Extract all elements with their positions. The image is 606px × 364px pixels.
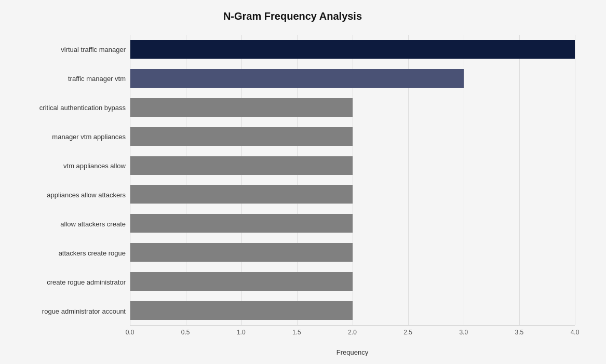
bars-area — [130, 35, 575, 326]
x-tick: 4.0 — [571, 329, 580, 336]
y-label: appliances allow attackers — [10, 182, 126, 208]
y-axis: virtual traffic managertraffic manager v… — [10, 35, 130, 326]
y-label: create rogue administrator — [10, 269, 126, 295]
x-tick: 0.0 — [126, 329, 134, 336]
bar-row — [130, 298, 575, 323]
x-tick: 1.0 — [237, 329, 246, 336]
bar — [130, 127, 353, 146]
x-tick: 2.0 — [348, 329, 357, 336]
y-label: traffic manager vtm — [10, 65, 126, 91]
bar-row — [130, 95, 575, 120]
y-label: critical authentication bypass — [10, 95, 126, 120]
chart-title: N-Gram Frequency Analysis — [10, 10, 575, 22]
bar — [130, 185, 353, 204]
chart-area: virtual traffic managertraffic manager v… — [10, 35, 575, 326]
chart-container: N-Gram Frequency Analysis virtual traffi… — [0, 0, 606, 364]
grid-line — [575, 35, 575, 325]
bar — [130, 69, 464, 88]
x-tick: 0.5 — [181, 329, 190, 336]
bar-row — [130, 36, 575, 62]
x-tick: 3.0 — [459, 329, 468, 336]
bar — [130, 214, 353, 233]
y-label: allow attackers create — [10, 211, 126, 237]
bar-row — [130, 65, 575, 91]
bar-row — [130, 268, 575, 294]
bar-row — [130, 124, 575, 150]
bar — [130, 40, 575, 59]
bar — [130, 272, 353, 291]
y-label: rogue administrator account — [10, 298, 126, 324]
x-tick: 3.5 — [515, 329, 524, 336]
x-tick: 2.5 — [403, 329, 412, 336]
bar-row — [130, 181, 575, 207]
bar-row — [130, 210, 575, 236]
x-tick: 1.5 — [292, 329, 301, 336]
bar — [130, 156, 353, 175]
bar — [130, 301, 353, 320]
y-label: vtm appliances allow — [10, 153, 126, 179]
bar-row — [130, 239, 575, 265]
bar — [130, 98, 353, 117]
y-label: manager vtm appliances — [10, 124, 126, 150]
y-label: virtual traffic manager — [10, 36, 126, 62]
y-label: attackers create rogue — [10, 240, 126, 266]
x-axis: 0.00.51.01.52.02.53.03.54.0 — [130, 326, 575, 336]
bar-row — [130, 153, 575, 179]
x-axis-label: Frequency — [130, 348, 575, 356]
bar — [130, 243, 353, 262]
